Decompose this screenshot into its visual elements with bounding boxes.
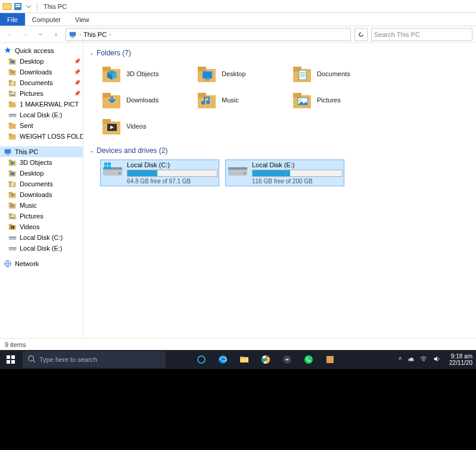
pin-icon: 📌 [74, 80, 80, 86]
sidebar-item[interactable]: 1 MAKERWAL PICT [0, 99, 83, 110]
desktop-icon [197, 63, 218, 85]
tray-wifi-icon[interactable] [419, 355, 428, 364]
svg-rect-5 [71, 36, 74, 38]
folder-icon [8, 100, 17, 108]
drive-name: Local Disk (C:) [127, 161, 217, 168]
search-input[interactable]: Search This PC [371, 28, 472, 41]
svg-rect-91 [102, 119, 111, 124]
nav-up-button[interactable]: ↑ [50, 29, 62, 40]
svg-rect-105 [11, 355, 15, 359]
sidebar-item[interactable]: Pictures [0, 211, 83, 221]
tray-volume-icon[interactable] [433, 355, 441, 364]
svg-rect-11 [9, 69, 12, 71]
sidebar-item[interactable]: Local Disk (E:) [0, 110, 83, 120]
sidebar-item[interactable]: Sent [0, 120, 83, 131]
tray-onedrive-icon[interactable] [406, 355, 415, 364]
svg-point-96 [119, 173, 121, 174]
sidebar-item[interactable]: Downloads📌 [0, 67, 83, 77]
taskbar-clock[interactable]: 9:18 am 22/11/20 [446, 353, 476, 366]
svg-rect-75 [205, 79, 210, 80]
ribbon-tabs: File Computer View [0, 13, 476, 26]
sidebar-item[interactable]: Pictures📌 [0, 88, 83, 99]
folder-item[interactable]: Pictures [291, 88, 380, 112]
svg-rect-9 [11, 64, 13, 64]
sidebar-item-label: Pictures [20, 212, 43, 220]
svg-rect-98 [108, 162, 111, 165]
taskbar-chrome-icon[interactable] [255, 350, 276, 369]
folder-item[interactable]: Music [195, 88, 285, 112]
svg-rect-0 [3, 4, 11, 10]
folder-label: Documents [317, 70, 350, 77]
explorer-icon [2, 2, 12, 11]
tab-view[interactable]: View [68, 13, 97, 26]
folder-item[interactable]: Downloads [100, 88, 189, 112]
breadcrumb[interactable]: › This PC › [66, 28, 351, 41]
nav-forward-button[interactable]: → [19, 29, 31, 40]
taskbar-search-placeholder: Type here to search [39, 356, 97, 363]
group-drives-header[interactable]: ⌄ Devices and drives (2) [89, 144, 470, 157]
sidebar: Quick access Desktop📌Downloads📌Documents… [0, 43, 83, 338]
folder-item[interactable]: 3D Objects [100, 62, 189, 86]
sidebar-item[interactable]: Desktop [0, 168, 83, 179]
sidebar-item[interactable]: 3D Objects [0, 157, 83, 168]
sidebar-item[interactable]: Music [0, 200, 83, 211]
sidebar-item-label: Downloads [20, 68, 52, 76]
pictures-icon [8, 89, 17, 98]
tab-computer[interactable]: Computer [25, 13, 68, 26]
svg-rect-102 [228, 167, 247, 170]
sidebar-this-pc[interactable]: This PC [0, 146, 83, 157]
drive-item[interactable]: Local Disk (C:) 64.8 GB free of 97.1 GB [100, 160, 219, 186]
taskbar-whatsapp-icon[interactable] [298, 350, 319, 369]
folder-label: Videos [126, 123, 146, 130]
group-folders-header[interactable]: ⌄ Folders (7) [89, 46, 470, 60]
downloads-icon [101, 89, 123, 111]
breadcrumb-this-pc[interactable]: This PC [83, 31, 107, 38]
taskbar-explorer-icon[interactable] [234, 350, 255, 369]
sidebar-item[interactable]: WEIGHT LOSS FOLD [0, 131, 83, 142]
sidebar-network[interactable]: Network [0, 258, 83, 269]
start-button[interactable] [0, 350, 21, 369]
drive-item[interactable]: Local Disk (E:) 116 GB free of 200 GB [225, 160, 344, 186]
qat-dropdown-icon[interactable] [24, 2, 33, 11]
taskbar-edge-icon[interactable] [212, 350, 234, 369]
sidebar-item[interactable]: Downloads [0, 189, 83, 200]
taskbar-cortana-icon[interactable] [191, 350, 212, 369]
navbar: ← → ↑ › This PC › Search This PC [0, 26, 476, 43]
svg-rect-28 [9, 123, 12, 124]
refresh-button[interactable] [354, 28, 368, 41]
nav-history-dropdown[interactable] [35, 29, 46, 40]
svg-rect-99 [104, 166, 107, 169]
sidebar-item[interactable]: Videos [0, 221, 83, 232]
pictures-icon [8, 212, 17, 220]
folder-item[interactable]: Videos [100, 114, 189, 138]
taskbar-app-icon[interactable] [276, 350, 298, 369]
pc-icon [69, 30, 77, 39]
sidebar-item[interactable]: Documents [0, 179, 83, 189]
svg-rect-97 [104, 162, 107, 165]
folder-item[interactable]: Documents [291, 62, 380, 86]
taskbar-search[interactable]: Type here to search [23, 351, 166, 368]
tab-file[interactable]: File [0, 13, 25, 26]
sidebar-item[interactable]: Documents📌 [0, 77, 83, 88]
nav-back-button[interactable]: ← [4, 29, 15, 40]
folder-label: 3D Objects [126, 70, 158, 77]
taskbar-app2-icon[interactable] [319, 350, 341, 369]
folder-item[interactable]: Desktop [195, 62, 285, 86]
pc-icon [4, 148, 12, 156]
sidebar-item[interactable]: Desktop📌 [0, 56, 83, 67]
sidebar-item[interactable]: Local Disk (C:) [0, 232, 83, 243]
svg-rect-25 [9, 114, 16, 115]
sidebar-item-label: 1 MAKERWAL PICT [20, 101, 79, 108]
drive-free-text: 116 GB free of 200 GB [252, 178, 343, 185]
status-item-count: 9 items [5, 341, 26, 348]
folder-icon [8, 121, 17, 130]
sidebar-item[interactable]: Local Disk (E:) [0, 243, 83, 254]
qat-properties-icon[interactable] [13, 2, 23, 11]
sidebar-item-label: WEIGHT LOSS FOLD [20, 133, 83, 140]
drive-name: Local Disk (E:) [252, 161, 343, 168]
sidebar-quick-access[interactable]: Quick access [0, 45, 83, 56]
tray-chevron-up-icon[interactable]: ^ [399, 357, 402, 363]
svg-rect-31 [5, 149, 11, 154]
system-tray[interactable]: ^ [394, 355, 446, 364]
svg-rect-49 [9, 192, 12, 193]
